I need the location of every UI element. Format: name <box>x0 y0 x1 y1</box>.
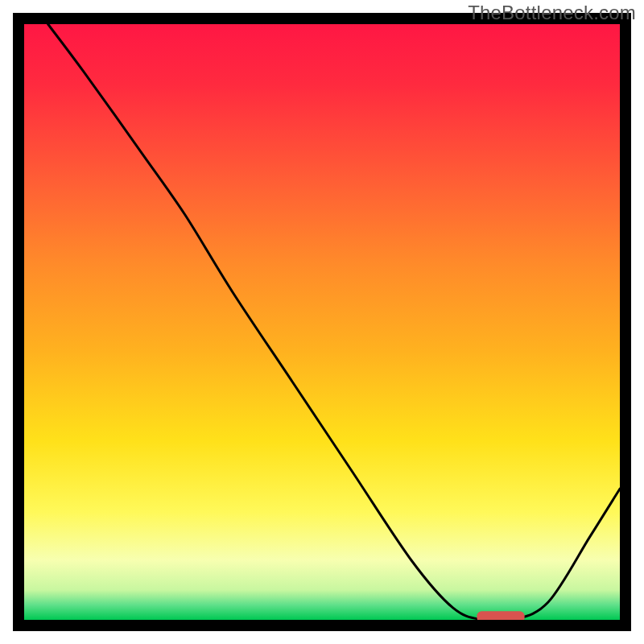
bottleneck-chart: TheBottleneck.com <box>0 0 644 644</box>
watermark-label: TheBottleneck.com <box>468 2 636 24</box>
chart-svg <box>0 0 644 644</box>
